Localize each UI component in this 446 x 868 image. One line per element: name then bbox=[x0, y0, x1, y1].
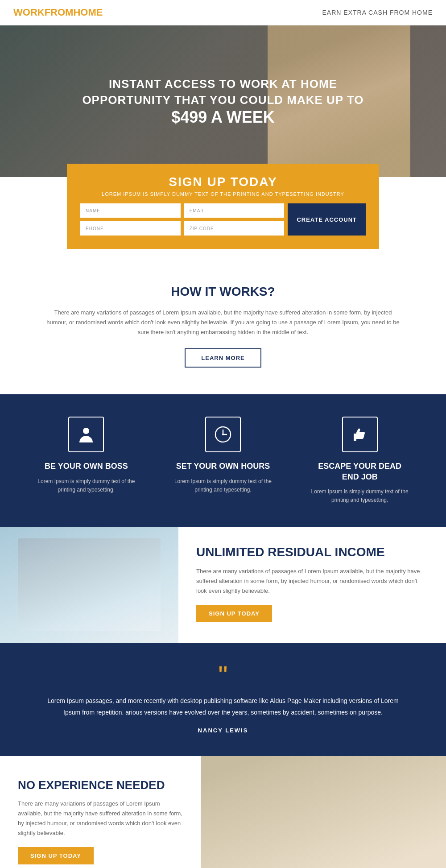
feature-escape-title: ESCAPE YOUR DEAD END JOB bbox=[311, 461, 409, 482]
feature-item-boss: BE YOUR OWN BOSS Lorem Ipsum is simply d… bbox=[37, 417, 135, 494]
no-experience-image bbox=[201, 756, 446, 868]
testimonial-section: " Lorem Ipsum passages, and more recentl… bbox=[0, 643, 446, 756]
features-section: BE YOUR OWN BOSS Lorem Ipsum is simply d… bbox=[0, 394, 446, 527]
logo-home: HOME bbox=[73, 7, 103, 18]
hero-line2: OPPORTUNITY THAT YOU COULD MAKE UP TO bbox=[82, 93, 363, 107]
zip-input[interactable] bbox=[184, 221, 285, 236]
clock-icon bbox=[205, 417, 241, 452]
signup-section: SIGN UP TODAY LOREM IPSUM IS SIMPLY DUMM… bbox=[67, 164, 379, 249]
hero-content: INSTANT ACCESS TO WORK AT HOME OPPORTUNI… bbox=[73, 67, 372, 136]
create-account-button[interactable]: CREATE ACCOUNT bbox=[288, 203, 366, 236]
how-it-works-description: There are many variations of passages of… bbox=[45, 308, 401, 337]
logo: WORKFROMHOME bbox=[13, 7, 103, 18]
learn-more-button[interactable]: LEARN MORE bbox=[185, 348, 261, 368]
no-experience-description: There are many variations of passages of… bbox=[18, 799, 183, 838]
thumbsup-icon bbox=[342, 417, 378, 452]
signup-subtitle: LOREM IPSUM IS SIMPLY DUMMY TEXT OF THE … bbox=[80, 191, 366, 197]
phone-input[interactable] bbox=[80, 221, 181, 236]
quote-marks-icon: " bbox=[45, 665, 401, 686]
residual-content: UNLIMITED RESIDUAL INCOME There are many… bbox=[178, 527, 446, 643]
header-tagline: EARN EXTRA CASH FROM HOME bbox=[322, 9, 433, 16]
residual-title: UNLIMITED RESIDUAL INCOME bbox=[196, 545, 428, 560]
hero-amount: $499 A WEEK bbox=[82, 108, 363, 127]
email-input[interactable] bbox=[184, 203, 285, 218]
logo-from: FROM bbox=[45, 7, 74, 18]
how-it-works-title: HOW IT WORKS? bbox=[45, 285, 401, 299]
no-experience-title: NO EXPERIENCE NEEDED bbox=[18, 778, 183, 792]
signup-form: CREATE ACCOUNT bbox=[80, 203, 366, 236]
feature-boss-desc: Lorem Ipsum is simply dummy text of the … bbox=[37, 477, 135, 494]
residual-image-inner bbox=[0, 527, 178, 643]
feature-hours-desc: Lorem Ipsum is simply dummy text of the … bbox=[174, 477, 272, 494]
no-experience-content: NO EXPERIENCE NEEDED There are many vari… bbox=[0, 756, 201, 868]
how-it-works-section: HOW IT WORKS? There are many variations … bbox=[0, 262, 446, 381]
testimonial-text: Lorem Ipsum passages, and more recently … bbox=[45, 695, 401, 718]
no-experience-section: NO EXPERIENCE NEEDED There are many vari… bbox=[0, 756, 446, 868]
residual-description: There are many variations of passages of… bbox=[196, 566, 428, 596]
residual-signup-button[interactable]: SIGN UP TODAY bbox=[196, 605, 272, 622]
logo-work: WORK bbox=[13, 7, 45, 18]
feature-escape-desc: Lorem Ipsum is simply dummy text of the … bbox=[311, 488, 409, 504]
feature-boss-title: BE YOUR OWN BOSS bbox=[37, 461, 135, 471]
testimonial-author: NANCY LEWIS bbox=[45, 727, 401, 734]
hero-line1: INSTANT ACCESS TO WORK AT HOME bbox=[109, 77, 337, 91]
feature-item-escape: ESCAPE YOUR DEAD END JOB Lorem Ipsum is … bbox=[311, 417, 409, 504]
svg-point-0 bbox=[83, 428, 89, 434]
name-input[interactable] bbox=[80, 203, 181, 218]
residual-section: UNLIMITED RESIDUAL INCOME There are many… bbox=[0, 527, 446, 643]
no-experience-signup-button[interactable]: SIGN UP TODAY bbox=[18, 847, 94, 864]
feature-item-hours: SET YOUR OWN HOURS Lorem Ipsum is simply… bbox=[174, 417, 272, 494]
header: WORKFROMHOME EARN EXTRA CASH FROM HOME bbox=[0, 0, 446, 25]
residual-image bbox=[0, 527, 178, 643]
feature-hours-title: SET YOUR OWN HOURS bbox=[174, 461, 272, 471]
svg-point-4 bbox=[222, 434, 224, 435]
signup-title: SIGN UP TODAY bbox=[80, 175, 366, 189]
boss-icon bbox=[68, 417, 104, 452]
hero-section: INSTANT ACCESS TO WORK AT HOME OPPORTUNI… bbox=[0, 25, 446, 177]
no-experience-image-inner bbox=[201, 756, 446, 868]
